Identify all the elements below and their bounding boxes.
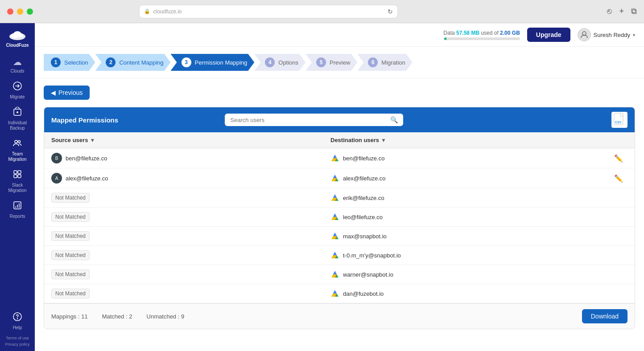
source-cell-warner: Not Matched bbox=[51, 269, 330, 279]
share-icon[interactable]: ⎋ bbox=[607, 7, 612, 16]
progress-bar-fill bbox=[444, 37, 446, 40]
dest-cell-ben: ben@filefuze.co bbox=[330, 154, 610, 163]
sidebar-item-slack-migration[interactable]: SlackMigration bbox=[0, 166, 35, 197]
table-row: Not Matched dan@fuzebot.io bbox=[44, 284, 635, 303]
step-4-label: Options bbox=[278, 59, 298, 66]
dest-email-erik: erik@filefuze.co bbox=[343, 195, 384, 201]
table-header-bar: Mapped Permissions 🔍 CSV bbox=[44, 107, 635, 132]
step-6-migration[interactable]: 6 Migration bbox=[357, 54, 412, 71]
dest-email-alex: alex@filefuze.co bbox=[343, 175, 386, 182]
previous-button[interactable]: ◀ ◀ Previous Previous bbox=[44, 86, 90, 100]
not-matched-badge-max: Not Matched bbox=[51, 231, 90, 241]
edit-icon-ben[interactable]: ✏️ bbox=[614, 154, 623, 163]
search-icon: 🔍 bbox=[390, 116, 398, 123]
data-used-amount: 57.58 MB bbox=[456, 30, 479, 36]
source-users-header: Source users ▼ bbox=[51, 137, 330, 143]
main-content-area: Data 57.58 MB used of 2.00 GB Upgrade Su… bbox=[35, 23, 644, 351]
terms-of-use-link[interactable]: Terms of use bbox=[6, 336, 29, 340]
svg-point-6 bbox=[17, 111, 18, 113]
not-matched-badge-dan: Not Matched bbox=[51, 289, 90, 298]
slack-icon bbox=[12, 169, 22, 181]
source-user-avatar-ben: B bbox=[51, 153, 62, 163]
gdrive-icon bbox=[330, 154, 339, 163]
sidebar-item-reports[interactable]: Reports bbox=[0, 197, 35, 223]
csv-download-button[interactable]: CSV bbox=[611, 112, 627, 128]
step-5-number: 5 bbox=[316, 57, 326, 67]
source-cell-max: Not Matched bbox=[51, 231, 330, 241]
source-filter-icon[interactable]: ▼ bbox=[90, 137, 95, 143]
step-6-label: Migration bbox=[381, 59, 405, 66]
sidebar-label-reports: Reports bbox=[9, 214, 25, 219]
step-3-permission-mapping[interactable]: 3 Permission Mapping bbox=[171, 54, 255, 71]
step-6-number: 6 bbox=[368, 57, 378, 67]
gdrive-icon bbox=[330, 212, 339, 221]
svg-point-8 bbox=[18, 141, 21, 143]
not-matched-badge-erik: Not Matched bbox=[51, 193, 90, 203]
svg-point-7 bbox=[15, 140, 17, 143]
dest-cell-leo: leo@filefuze.co bbox=[330, 212, 610, 221]
download-button[interactable]: Download bbox=[582, 309, 627, 323]
sidebar-item-team-migration[interactable]: TeamMigration bbox=[0, 135, 35, 166]
dest-email-ben: ben@filefuze.co bbox=[343, 155, 384, 162]
dest-filter-icon[interactable]: ▼ bbox=[381, 137, 386, 143]
steps-container: 1 Selection 2 Content Mapping 3 Permissi… bbox=[35, 47, 644, 78]
gdrive-icon bbox=[330, 193, 339, 202]
search-input[interactable] bbox=[230, 117, 387, 123]
minimize-button[interactable] bbox=[17, 8, 23, 15]
sidebar-bottom: Help Terms of use Privacy policy bbox=[0, 308, 35, 347]
window-actions: ⎋ + ⧉ bbox=[607, 7, 637, 16]
sidebar-item-migrate[interactable]: Migrate bbox=[0, 78, 35, 103]
source-cell-leo: Not Matched bbox=[51, 212, 330, 222]
edit-icon-alex[interactable]: ✏️ bbox=[614, 174, 623, 183]
user-menu-chevron[interactable]: ▾ bbox=[633, 33, 635, 37]
user-menu[interactable]: Suresh Reddy ▾ bbox=[578, 28, 635, 41]
dest-header-text: Destination users bbox=[330, 137, 379, 143]
dest-users-header: Destination users ▼ bbox=[330, 137, 610, 143]
new-tab-icon[interactable]: + bbox=[619, 7, 624, 16]
step-3-label: Permission Mapping bbox=[195, 59, 248, 66]
gdrive-icon bbox=[330, 232, 339, 241]
sidebar: CloudFuze ☁ Clouds Migrate IndividualBac… bbox=[0, 23, 35, 351]
dest-email-leo: leo@filefuze.co bbox=[343, 214, 383, 220]
data-usage-text: Data 57.58 MB used of 2.00 GB bbox=[443, 30, 520, 36]
refresh-icon[interactable]: ↻ bbox=[388, 8, 393, 15]
dest-cell-max: max@snapbot.io bbox=[330, 232, 610, 241]
upgrade-button[interactable]: Upgrade bbox=[527, 28, 570, 42]
gdrive-icon bbox=[330, 174, 339, 183]
step-1-selection[interactable]: 1 Selection bbox=[44, 54, 95, 71]
dest-email-max: max@snapbot.io bbox=[343, 233, 387, 240]
not-matched-badge-leo: Not Matched bbox=[51, 212, 90, 222]
privacy-policy-link[interactable]: Privacy policy bbox=[5, 342, 29, 347]
dest-email-t0: t-0.m_m'y@snapbot.io bbox=[343, 252, 401, 259]
maximize-button[interactable] bbox=[27, 8, 33, 15]
sidebar-item-help[interactable]: Help bbox=[0, 308, 35, 334]
column-headers: Source users ▼ Destination users ▼ bbox=[44, 132, 635, 148]
table-row: Not Matched erik@filefuze.co bbox=[44, 188, 635, 208]
source-email-alex: alex@filefuze.co bbox=[66, 175, 108, 182]
svg-text:CSV: CSV bbox=[615, 121, 622, 124]
table-row: A alex@filefuze.co alex@filefuze.co ✏️ bbox=[44, 168, 635, 188]
step-5-preview[interactable]: 5 Preview bbox=[305, 54, 357, 71]
step-1-number: 1 bbox=[51, 57, 61, 67]
sidebar-label-clouds: Clouds bbox=[10, 69, 24, 74]
source-email-ben: ben@filefuze.co bbox=[66, 155, 107, 162]
actions-header bbox=[610, 137, 627, 143]
migrate-icon bbox=[12, 81, 22, 93]
gdrive-icon bbox=[330, 251, 339, 260]
dest-cell-dan: dan@fuzebot.io bbox=[330, 289, 610, 298]
svg-rect-9 bbox=[14, 171, 17, 174]
step-2-content-mapping[interactable]: 2 Content Mapping bbox=[95, 54, 170, 71]
address-bar: 🔒 cloudfuze.io ↻ bbox=[139, 5, 398, 18]
table-footer: Mappings : 11 Matched : 2 Unmatched : 9 … bbox=[44, 303, 635, 329]
data-usage-info: Data 57.58 MB used of 2.00 GB bbox=[443, 30, 520, 40]
close-button[interactable] bbox=[7, 8, 13, 15]
sidebar-item-individual-backup[interactable]: IndividualBackup bbox=[0, 103, 35, 135]
table-row: Not Matched t-0.m_m'y@snapbot.io bbox=[44, 246, 635, 265]
backup-icon bbox=[12, 107, 22, 119]
data-total-amount: 2.00 GB bbox=[500, 30, 520, 36]
source-user-avatar-alex: A bbox=[51, 173, 62, 184]
sidebar-item-clouds[interactable]: ☁ Clouds bbox=[0, 53, 35, 78]
window-chrome: 🔒 cloudfuze.io ↻ ⎋ + ⧉ bbox=[0, 0, 644, 23]
step-4-options[interactable]: 4 Options bbox=[254, 54, 305, 71]
windows-icon[interactable]: ⧉ bbox=[631, 7, 637, 16]
